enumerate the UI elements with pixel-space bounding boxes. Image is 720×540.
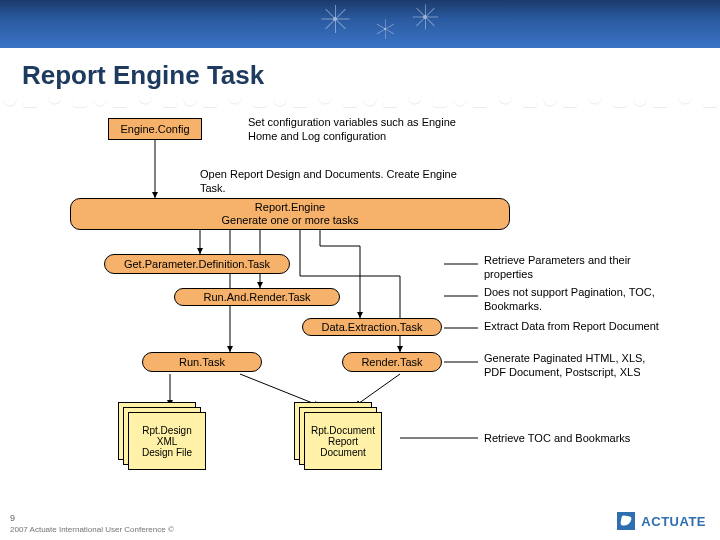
design-line1: Rpt.Design bbox=[142, 425, 191, 436]
box-data-extraction: Data.Extraction.Task bbox=[302, 318, 442, 336]
note-toc: Retrieve TOC and Bookmarks bbox=[484, 432, 684, 446]
note-engine-config: Set configuration variables such as Engi… bbox=[248, 116, 478, 144]
firework-icon bbox=[320, 4, 350, 34]
box-get-param-task: Get.Parameter.Definition.Task bbox=[104, 254, 290, 274]
diagram-canvas: Engine.Config Set configuration variable… bbox=[0, 96, 720, 516]
note-get-param: Retrieve Parameters and their properties bbox=[484, 254, 654, 282]
brand-text: ACTUATE bbox=[641, 514, 706, 529]
banner bbox=[0, 0, 720, 48]
box-run-and-render: Run.And.Render.Task bbox=[174, 288, 340, 306]
design-line2: XML bbox=[157, 436, 178, 447]
note-run-and-render: Does not support Pagination, TOC, Bookma… bbox=[484, 286, 684, 314]
brand-icon bbox=[617, 512, 635, 530]
design-line3: Design File bbox=[142, 447, 192, 458]
doc-line2: Report bbox=[328, 436, 358, 447]
page-number: 9 bbox=[10, 513, 174, 523]
report-engine-label-2: Generate one or more tasks bbox=[222, 214, 359, 227]
doc-line1: Rpt.Document bbox=[311, 425, 375, 436]
box-report-engine: Report.Engine Generate one or more tasks bbox=[70, 198, 510, 230]
doc-line3: Document bbox=[320, 447, 366, 458]
brand-logo: ACTUATE bbox=[617, 512, 706, 530]
firework-icon bbox=[412, 4, 439, 31]
box-render-task: Render.Task bbox=[342, 352, 442, 372]
report-engine-label-1: Report.Engine bbox=[255, 201, 325, 214]
box-run-task: Run.Task bbox=[142, 352, 262, 372]
note-render: Generate Paginated HTML, XLS, PDF Docume… bbox=[484, 352, 654, 380]
copyright: 2007 Actuate International User Conferen… bbox=[10, 525, 174, 534]
note-data-extraction: Extract Data from Report Document bbox=[484, 320, 694, 334]
box-engine-config: Engine.Config bbox=[108, 118, 202, 140]
footer: 9 2007 Actuate International User Confer… bbox=[10, 513, 174, 534]
note-open-design: Open Report Design and Documents. Create… bbox=[200, 168, 460, 196]
firework-icon bbox=[375, 19, 396, 40]
page-title: Report Engine Task bbox=[0, 48, 720, 91]
